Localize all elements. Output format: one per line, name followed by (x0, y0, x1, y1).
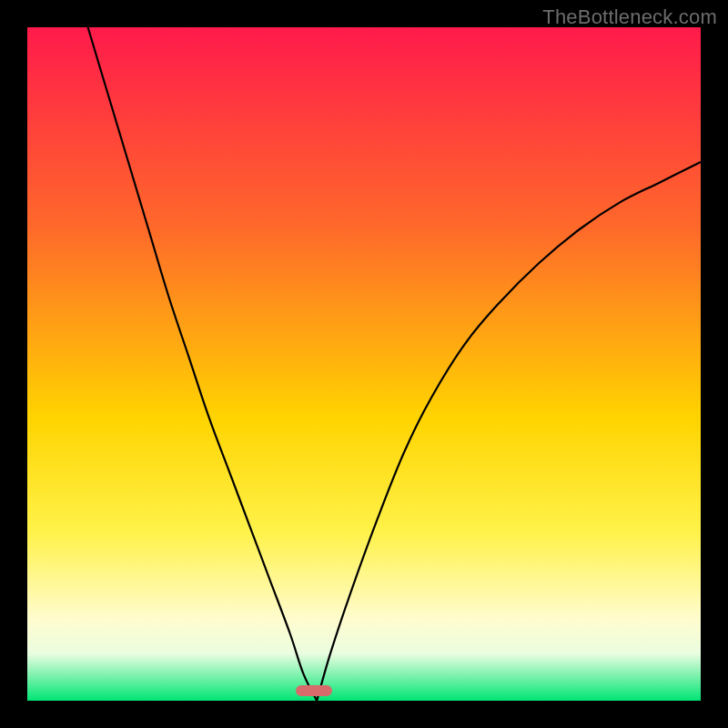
minimum-marker (296, 685, 332, 696)
watermark-text: TheBottleneck.com (542, 5, 717, 29)
curve-svg (27, 27, 701, 701)
plot-area (27, 27, 701, 701)
curve-right-branch (317, 162, 701, 701)
chart-frame: TheBottleneck.com (0, 0, 728, 728)
curve-left-branch (88, 27, 318, 701)
